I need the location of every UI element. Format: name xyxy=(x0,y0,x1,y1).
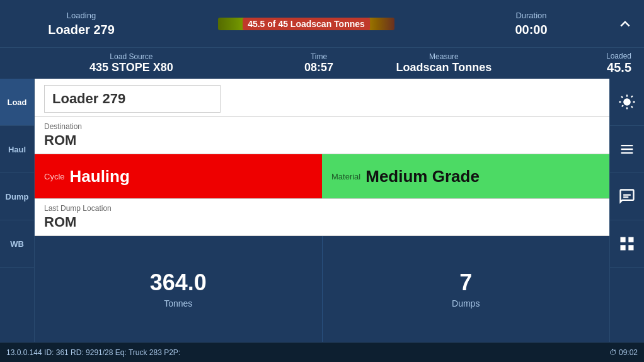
grid-icon-button[interactable] xyxy=(610,220,644,268)
chevron-up-button[interactable] xyxy=(612,11,638,37)
time-col: Time 08:57 xyxy=(256,52,381,74)
dumps-value: 7 xyxy=(459,269,472,296)
bottom-time: ⏱ 09:02 xyxy=(609,348,638,357)
duration-value: 00:00 xyxy=(515,23,547,37)
sun-icon-button[interactable] xyxy=(610,79,644,126)
tab-load[interactable]: Load xyxy=(0,79,34,126)
measure-label: Measure xyxy=(429,52,459,61)
material-value: Medium Grade xyxy=(365,167,480,186)
time-label: Time xyxy=(311,52,327,61)
progress-bar: 45.5 of 45 Loadscan Tonnes xyxy=(218,18,394,30)
dumps-cell: 7 Dumps xyxy=(322,236,610,342)
progress-badge: 45.5 of 45 Loadscan Tonnes xyxy=(243,18,370,30)
loaded-label: Loaded xyxy=(606,52,631,60)
tonnes-label: Tonnes xyxy=(164,298,192,308)
dumps-label: Dumps xyxy=(452,298,480,308)
destination-label: Destination xyxy=(44,122,600,131)
measure-col: Measure Loadscan Tonnes xyxy=(381,52,506,74)
load-source-label: Load Source xyxy=(110,52,152,61)
loaded-col: Loaded 45.5 xyxy=(507,52,638,75)
loaded-value: 45.5 xyxy=(607,60,631,75)
loader-row-title: Loader 279 xyxy=(44,85,221,113)
last-dump-value: ROM xyxy=(44,214,600,230)
cycle-label: Cycle xyxy=(44,172,65,181)
tonnes-cell: 364.0 Tonnes xyxy=(35,236,322,342)
load-source-value: 435 STOPE X80 xyxy=(89,61,173,74)
checklist-icon-button[interactable] xyxy=(610,126,644,173)
right-sidebar xyxy=(609,79,644,342)
tab-haul[interactable]: Haul xyxy=(0,126,34,173)
load-source-col: Load Source 435 STOPE X80 xyxy=(6,52,256,74)
chat-icon-button[interactable] xyxy=(610,173,644,220)
progress-section: 45.5 of 45 Loadscan Tonnes xyxy=(156,18,456,30)
center-content: Loader 279 Destination ROM Cycle Hauling… xyxy=(35,79,609,342)
measure-value: Loadscan Tonnes xyxy=(396,61,492,74)
loader-name-header: Loader 279 xyxy=(48,23,115,37)
tonnes-value: 364.0 xyxy=(150,269,207,296)
top-header: Loading Loader 279 45.5 of 45 Loadscan T… xyxy=(0,0,644,47)
destination-value: ROM xyxy=(44,132,600,149)
bottom-bar-text: 13.0.0.144 ID: 361 RD: 9291/28 Eq: Truck… xyxy=(6,348,180,357)
duration-label: Duration xyxy=(515,11,546,20)
duration-section: Duration 00:00 xyxy=(456,11,606,37)
material-label: Material xyxy=(331,172,360,181)
tab-wb[interactable]: WB xyxy=(0,220,34,268)
loader-row: Loader 279 xyxy=(35,79,609,117)
last-dump-row: Last Dump Location ROM xyxy=(35,198,609,236)
tab-dump[interactable]: Dump xyxy=(0,173,34,220)
cycle-value: Hauling xyxy=(70,167,130,186)
last-dump-label: Last Dump Location xyxy=(44,204,600,213)
material-cell: Material Medium Grade xyxy=(322,154,609,198)
loading-section: Loading Loader 279 xyxy=(6,11,156,37)
cycle-cell: Cycle Hauling xyxy=(35,154,322,198)
time-value: 08:57 xyxy=(304,61,333,74)
destination-row: Destination ROM xyxy=(35,117,609,154)
bottom-bar: 13.0.0.144 ID: 361 RD: 9291/28 Eq: Truck… xyxy=(0,342,644,362)
sub-header: Load Source 435 STOPE X80 Time 08:57 Mea… xyxy=(0,47,644,79)
cycle-material-row: Cycle Hauling Material Medium Grade xyxy=(35,154,609,198)
main-content: Load Haul Dump WB Loader 279 Destination… xyxy=(0,79,644,342)
stats-row: 364.0 Tonnes 7 Dumps xyxy=(35,236,609,342)
left-tabs: Load Haul Dump WB xyxy=(0,79,35,342)
loading-label: Loading xyxy=(67,11,96,20)
